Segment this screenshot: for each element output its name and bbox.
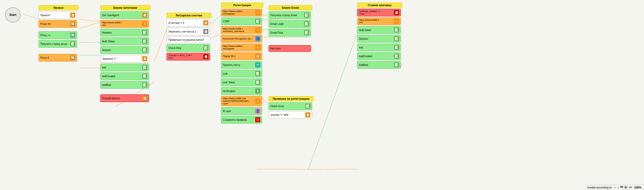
node-settings-check[interactable]: '{settings_avatar}' =='True' 📋 [357,9,401,16]
invalid-label: Invalid according to [587,186,612,189]
node-icon: 📝 [394,45,399,50]
node-get-email-str[interactable]: Получить строку email 📝 [269,11,311,19]
node-save-profile[interactable]: Сохранить профиль 🔴 [221,116,262,124]
node-icon: 📋 [203,20,208,25]
group-registration-header: Регистрация [221,3,263,8]
node-icon: 📝 [70,41,75,46]
group-email-header: Берён Email [269,5,312,10]
node-proxy-0[interactable]: Proxy 0 🔄 [39,54,77,62]
node-email-login[interactable]: Email Login 📝 [269,20,311,28]
node-icon: 📝 [304,30,309,35]
node-reddit-home[interactable]: https://www.reddit.com/ ⬇ [100,20,149,28]
port-right [400,64,402,66]
node-check-bad-capt[interactable]: '{check}'=='BAD_CAPTCHA' 📋 [167,53,210,61]
node-pause-30[interactable]: Пауза 30 с 📋 [221,52,262,60]
group-recaptcha: ReCaptcha счетчик (Счётчик) < 3 📋 Увелич… [167,13,211,61]
node-icon: ⬇ [255,88,260,94]
start-node: Start [5,7,21,23]
node-icon: 📝 [394,36,399,41]
node-icon: 📋 [394,10,399,15]
node-icon: 🔄 [70,55,75,60]
node-icon: ⬇ [255,10,260,15]
node-icon: ⬇ [394,19,399,24]
group-headers: Берем заголовки Get UserAgent 📋 https://… [100,5,150,102]
node-captcha-solved[interactable]: Правильно ли решена капча? [167,36,210,43]
node-no-mail[interactable]: Нет почт [269,45,311,52]
node-count-check[interactable]: (Счётчик) < 3 📋 [167,19,210,27]
node-loid-created[interactable]: loidCreated 📝 [100,72,149,80]
node-verification[interactable]: Verification ⬇ [221,87,262,95]
node-reddit-home2[interactable]: https://www.reddit.com/ ⬇ [357,17,401,25]
node-check-404[interactable]: '{check}' != '404' 📋 [269,111,312,119]
node-icon: ⬇ [255,27,260,33]
node-icon: 🔴 [255,117,260,122]
group-avatar: Ставим аватарку '{settings_avatar}' =='T… [357,3,402,69]
node-icon: 📝 [142,39,147,44]
node-auth-token2[interactable]: Auth token 📝 [357,26,401,34]
bottom-bar: Invalid according to ↔ ↕ 🗺 ➕ ➖ 100% [585,184,644,190]
node-icon: 📝 [304,21,309,26]
node-check-username[interactable]: https://www.reddit.com/check_username ⬇ [221,26,262,34]
group-headers-header: Берем заголовки [100,5,150,10]
node-proxy-int[interactable]: Proxy Int 🔄 [39,20,77,28]
port-right [148,84,150,86]
node-session-check[interactable]: '{session}' != '' 📋 [100,55,149,63]
node-check-reg[interactable]: Check Reg 📝 [167,44,210,52]
node-get-useragent[interactable]: Get UserAgent 📋 [100,11,149,19]
group-proksi: Прокси Прокси? 📋 Proxy Int 🔄 Proxy +1 🔄 … [39,5,78,62]
node-inc-counter[interactable]: Увеличить счетчик на 1 📋 [167,28,210,35]
zoom-controls[interactable]: ↔ ↕ 🗺 ➕ ➖ [614,186,632,189]
node-icon: 📋 [142,96,147,101]
node-reg-register[interactable]: https://www.reddit.com/register/ ⬇ [221,9,262,16]
zoom-in-icon[interactable]: ➕ [624,186,628,189]
group-email: Берён Email Получить строку email 📝 Emai… [269,5,312,52]
node-icon: 🔄 [70,21,75,26]
node-loid-created2[interactable]: loidCreated 📝 [357,52,401,60]
node-loid[interactable]: loid 📝 [100,64,149,71]
node-reddit-profile[interactable]: https://www.reddit.com/user/{USERNAME}/a… [221,96,262,106]
move-icon[interactable]: ↔ [614,186,617,189]
node-recaptcha-resolve[interactable]: Распознан ReCaptcha через ReCaptcha.dll … [221,35,262,43]
workflow-canvas[interactable]: Start Прокси Прокси? 📋 Proxy Int 🔄 Proxy… [0,0,644,190]
group-proksi-header: Прокси [39,5,78,10]
node-icon: 📝 [304,13,309,18]
node-id-user[interactable]: ID user 👤 [221,107,262,115]
node-csrf[interactable]: CSRF 📝 [221,17,262,25]
node-email-pass[interactable]: Email Pass 📝 [269,29,311,36]
node-icon: 📝 [142,82,147,87]
node-session[interactable]: Session 📝 [100,46,149,54]
group-avatar-header: Ставим аватарку [357,3,402,8]
node-loid-blob[interactable]: loidBlob 📝 [100,81,149,89]
node-link-token[interactable]: Link Token 📝 [221,78,262,86]
node-icon: 📝 [203,45,208,51]
node-auth-token[interactable]: Auth Token 📝 [100,37,149,45]
group-recaptcha-header: ReCaptcha счетчик [167,13,211,18]
node-session2[interactable]: Session 📝 [357,35,401,43]
node-icon: 📝 [255,80,260,85]
node-headers[interactable]: Headers 📝 [100,29,149,36]
node-proxy-plus1[interactable]: Proxy +1 🔄 [39,31,77,39]
connections-layer [0,0,644,190]
node-reg-register2[interactable]: https://www.reddit.com/register ⬇ [221,44,262,51]
node-loid2[interactable]: loid 📝 [357,44,401,51]
group-registration: Регистрация https://www.reddit.com/regis… [221,3,263,124]
group-reg-check-header: Проверка на регистрацию [269,96,314,101]
group-reg-check: Проверка на регистрацию Check Error 📝 '{… [269,96,314,119]
zoom-icon[interactable]: ↕ [618,186,619,189]
node-accept-mail[interactable]: Принять почту ✉ [221,61,262,69]
node-icon: 📋 [255,54,260,59]
node-bad-proxy[interactable]: Плохой прокси 📋 [100,94,149,102]
node-check-error[interactable]: Check Error 📝 [269,102,312,110]
node-icon: ⬇ [255,98,260,104]
node-icon: 📝 [255,19,260,24]
map-icon[interactable]: 🗺 [620,186,623,189]
node-icon: 📋 [203,29,208,34]
node-icon: 📝 [394,54,399,59]
node-icon: ⬇ [142,21,147,26]
node-icon: 📋 [142,56,147,61]
node-proksi-check[interactable]: Прокси? 📋 [39,11,77,19]
node-get-proxy-str[interactable]: Получить строку proxy 📝 [39,40,77,48]
node-loid-blob2[interactable]: loidBlob 📝 [357,61,401,69]
zoom-out-icon[interactable]: ➖ [629,186,632,189]
node-link[interactable]: Link 📝 [221,70,262,77]
